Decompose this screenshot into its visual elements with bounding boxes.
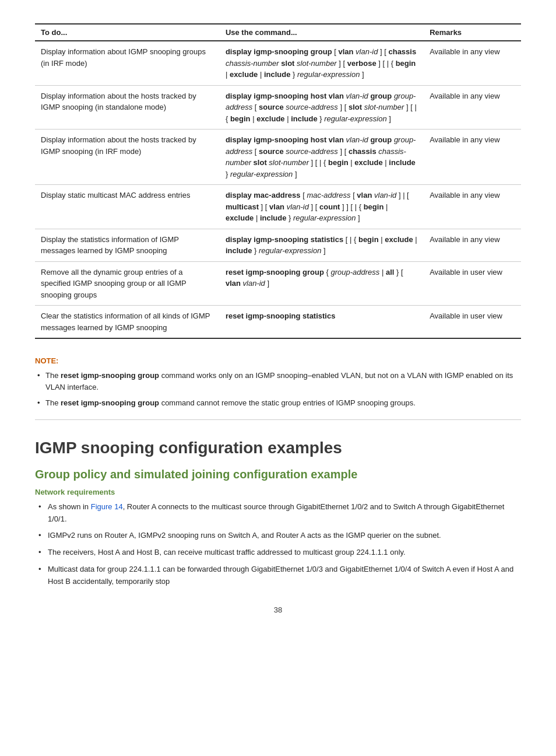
col-header-remarks: Remarks	[424, 24, 521, 41]
list-item: Multicast data for group 224.1.1.1 can b…	[35, 564, 521, 588]
command-cell: reset igmp-snooping group { group-addres…	[220, 261, 424, 306]
subsection-title: Network requirements	[35, 488, 521, 496]
command-cell: display mac-address [ mac-address [ vlan…	[220, 185, 424, 229]
remarks-cell: Available in any view	[424, 130, 521, 185]
note-section: NOTE: The reset igmp-snooping group comm…	[35, 351, 521, 420]
todo-cell: Display information about IGMP snooping …	[35, 41, 220, 85]
remarks-cell: Available in user view	[424, 261, 521, 306]
todo-cell: Display the statistics information of IG…	[35, 229, 220, 261]
section-title-medium: Group policy and simulated joining confi…	[35, 467, 521, 482]
note-list: The reset igmp-snooping group command wo…	[35, 370, 521, 409]
command-cell: reset igmp-snooping statistics	[220, 306, 424, 339]
table-row: Display static multicast MAC address ent…	[35, 185, 521, 229]
command-cell: display igmp-snooping host vlan vlan-id …	[220, 130, 424, 185]
page-number: 38	[35, 606, 521, 614]
command-cell: display igmp-snooping statistics [ | { b…	[220, 229, 424, 261]
todo-cell: Remove all the dynamic group entries of …	[35, 261, 220, 306]
commands-table: To do... Use the command... Remarks Disp…	[35, 23, 521, 339]
remarks-cell: Available in any view	[424, 41, 521, 85]
col-header-command: Use the command...	[220, 24, 424, 41]
note-item: The reset igmp-snooping group command wo…	[35, 370, 521, 393]
remarks-cell: Available in any view	[424, 185, 521, 229]
remarks-cell: Available in any view	[424, 229, 521, 261]
table-row: Display information about IGMP snooping …	[35, 41, 521, 85]
table-row: Display information about the hosts trac…	[35, 130, 521, 185]
note-item: The reset igmp-snooping group command ca…	[35, 397, 521, 409]
table-row: Remove all the dynamic group entries of …	[35, 261, 521, 306]
list-item: The receivers, Host A and Host B, can re…	[35, 547, 521, 559]
table-row: Display the statistics information of IG…	[35, 229, 521, 261]
todo-cell: Display information about the hosts trac…	[35, 130, 220, 185]
remarks-cell: Available in user view	[424, 306, 521, 339]
command-cell: display igmp-snooping host vlan vlan-id …	[220, 85, 424, 130]
command-cell: display igmp-snooping group [ vlan vlan-…	[220, 41, 424, 85]
todo-cell: Clear the statistics information of all …	[35, 306, 220, 339]
table-row: Clear the statistics information of all …	[35, 306, 521, 339]
note-label: NOTE:	[35, 356, 521, 365]
col-header-todo: To do...	[35, 24, 220, 41]
todo-cell: Display information about the hosts trac…	[35, 85, 220, 130]
remarks-cell: Available in any view	[424, 85, 521, 130]
todo-cell: Display static multicast MAC address ent…	[35, 185, 220, 229]
table-row: Display information about the hosts trac…	[35, 85, 521, 130]
list-item: IGMPv2 runs on Router A, IGMPv2 snooping…	[35, 530, 521, 542]
section-title-large: IGMP snooping configuration examples	[35, 438, 521, 459]
content-list: As shown in Figure 14, Router A connects…	[35, 501, 521, 588]
list-item: As shown in Figure 14, Router A connects…	[35, 501, 521, 526]
